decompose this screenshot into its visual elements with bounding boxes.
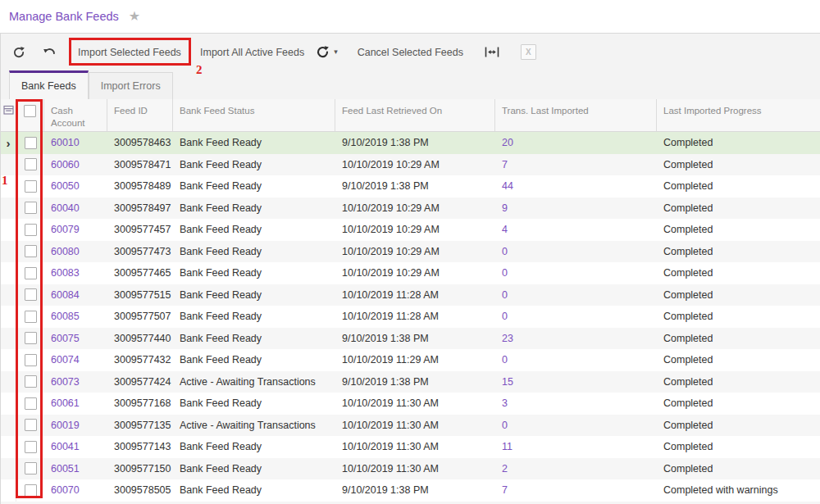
- row-checkbox[interactable]: [25, 137, 37, 149]
- table-row[interactable]: 60051 3009577150 Bank Feed Ready 10/10/2…: [1, 458, 820, 480]
- row-gutter-cell: [1, 219, 16, 241]
- grid-settings-cell[interactable]: [1, 99, 16, 131]
- trans-last-imported-link[interactable]: 0: [495, 289, 657, 301]
- trans-last-imported-link[interactable]: 2: [495, 463, 657, 474]
- cash-account-link[interactable]: 60074: [44, 354, 107, 366]
- trans-last-imported-link[interactable]: 20: [495, 137, 657, 148]
- cash-account-link[interactable]: 60070: [44, 484, 107, 496]
- row-checkbox[interactable]: [25, 267, 37, 279]
- cash-account-link[interactable]: 60080: [44, 246, 107, 257]
- cash-account-link[interactable]: 60075: [44, 333, 107, 344]
- table-row[interactable]: 60080 3009577473 Bank Feed Ready 10/10/2…: [1, 241, 820, 263]
- table-row[interactable]: 60074 3009577432 Bank Feed Ready 10/10/2…: [1, 349, 820, 371]
- row-gutter-cell: [1, 371, 16, 393]
- row-checkbox[interactable]: [25, 375, 37, 388]
- table-row[interactable]: 60050 3009578489 Bank Feed Ready 9/10/20…: [1, 175, 820, 198]
- row-checkbox[interactable]: [25, 419, 37, 431]
- table-row[interactable]: 60073 3009577424 Active - Awaiting Trans…: [1, 371, 820, 393]
- trans-last-imported-link[interactable]: 0: [495, 267, 657, 279]
- row-checkbox[interactable]: [25, 202, 37, 214]
- row-checkbox[interactable]: [25, 397, 37, 410]
- cash-account-link[interactable]: 60085: [44, 311, 107, 322]
- column-header-cash-account[interactable]: Cash Account: [44, 99, 107, 131]
- import-selected-feeds-button[interactable]: Import Selected Feeds: [69, 39, 190, 66]
- row-gutter-cell: [1, 436, 16, 458]
- trans-last-imported-link[interactable]: 0: [495, 420, 657, 431]
- feed-last-retrieved-cell: 10/10/2019 11:28 AM: [335, 289, 495, 301]
- cash-account-link[interactable]: 60079: [44, 224, 107, 235]
- cash-account-link[interactable]: 60010: [44, 137, 107, 148]
- row-checkbox[interactable]: [25, 288, 37, 301]
- favorite-star-icon[interactable]: ★: [129, 10, 140, 23]
- last-imported-progress-cell: Completed: [657, 246, 820, 257]
- cash-account-link[interactable]: 60040: [44, 202, 107, 214]
- scheduled-refresh-dropdown[interactable]: ▾: [316, 45, 338, 59]
- cash-account-link[interactable]: 60019: [44, 420, 107, 431]
- row-checkbox[interactable]: [25, 484, 37, 497]
- fit-to-width-icon[interactable]: [485, 47, 499, 57]
- trans-last-imported-link[interactable]: 0: [495, 311, 657, 322]
- table-row[interactable]: 60070 3009578505 Bank Feed Ready 9/10/20…: [1, 479, 820, 502]
- tab-bank-feeds[interactable]: Bank Feeds: [9, 70, 89, 99]
- table-row[interactable]: 60083 3009577465 Bank Feed Ready 10/10/2…: [1, 262, 820, 284]
- row-gutter-cell: [1, 284, 16, 306]
- row-select-cell: [16, 397, 44, 410]
- column-header-last-imported-progress[interactable]: Last Imported Progress: [657, 99, 820, 131]
- table-row[interactable]: 60084 3009577515 Bank Feed Ready 10/10/2…: [1, 284, 820, 306]
- trans-last-imported-link[interactable]: 7: [495, 484, 657, 496]
- table-row[interactable]: 60075 3009577440 Bank Feed Ready 9/10/20…: [1, 328, 820, 350]
- row-checkbox[interactable]: [25, 354, 37, 366]
- column-header-bank-feed-status[interactable]: Bank Feed Status: [173, 99, 335, 131]
- cash-account-link[interactable]: 60084: [44, 289, 107, 301]
- row-checkbox[interactable]: [25, 311, 37, 323]
- trans-last-imported-link[interactable]: 7: [495, 159, 657, 170]
- column-header-feed-id[interactable]: Feed ID: [107, 99, 173, 131]
- trans-last-imported-link[interactable]: 4: [495, 224, 657, 235]
- cancel-selected-feeds-button[interactable]: Cancel Selected Feeds: [358, 47, 463, 58]
- table-row[interactable]: › 60010 3009578463 Bank Feed Ready 9/10/…: [1, 132, 820, 154]
- undo-icon[interactable]: [43, 46, 56, 59]
- import-all-active-feeds-button[interactable]: Import All Active Feeds: [200, 47, 304, 58]
- table-row[interactable]: 60019 3009577135 Active - Awaiting Trans…: [1, 415, 820, 437]
- table-row[interactable]: 60061 3009577168 Bank Feed Ready 10/10/2…: [1, 393, 820, 415]
- cash-account-link[interactable]: 60083: [44, 267, 107, 279]
- trans-last-imported-link[interactable]: 0: [495, 354, 657, 366]
- main-panel: Import Selected Feeds Import All Active …: [0, 33, 820, 504]
- table-row[interactable]: 60085 3009577507 Bank Feed Ready 10/10/2…: [1, 306, 820, 328]
- row-checkbox[interactable]: [25, 462, 37, 474]
- table-row[interactable]: 60040 3009578497 Bank Feed Ready 10/10/2…: [1, 198, 820, 220]
- row-checkbox[interactable]: [25, 332, 37, 344]
- column-header-feed-last-retrieved-on[interactable]: Feed Last Retrieved On: [335, 99, 495, 131]
- cash-account-link[interactable]: 60050: [44, 180, 107, 192]
- row-checkbox[interactable]: [25, 158, 37, 170]
- trans-last-imported-link[interactable]: 11: [495, 441, 657, 452]
- trans-last-imported-link[interactable]: 15: [495, 376, 657, 388]
- trans-last-imported-link[interactable]: 3: [495, 397, 657, 409]
- row-checkbox[interactable]: [25, 441, 37, 453]
- cash-account-link[interactable]: 60061: [44, 397, 107, 409]
- trans-last-imported-link[interactable]: 23: [495, 333, 657, 344]
- cash-account-link[interactable]: 60041: [44, 441, 107, 452]
- column-header-trans-last-imported[interactable]: Trans. Last Imported: [495, 99, 657, 131]
- trans-last-imported-link[interactable]: 0: [495, 246, 657, 257]
- refresh-icon[interactable]: [12, 46, 25, 59]
- table-row[interactable]: 60060 3009578471 Bank Feed Ready 10/10/2…: [1, 154, 820, 176]
- trans-last-imported-link[interactable]: 9: [495, 202, 657, 214]
- tab-bank-feeds-label: Bank Feeds: [21, 80, 76, 92]
- tab-import-errors[interactable]: Import Errors: [89, 72, 173, 99]
- row-checkbox[interactable]: [25, 224, 37, 236]
- select-all-checkbox[interactable]: [24, 105, 36, 117]
- table-row[interactable]: 60041 3009577143 Bank Feed Ready 10/10/2…: [1, 436, 820, 458]
- row-select-cell: [16, 288, 44, 301]
- cash-account-link[interactable]: 60073: [44, 376, 107, 388]
- feed-id-cell: 3009577473: [107, 246, 173, 257]
- row-select-cell: [16, 375, 44, 388]
- row-gutter-cell: [1, 262, 16, 284]
- feed-id-cell: 3009577432: [107, 354, 173, 366]
- cash-account-link[interactable]: 60060: [44, 159, 107, 170]
- row-checkbox[interactable]: [25, 245, 37, 257]
- cash-account-link[interactable]: 60051: [44, 463, 107, 474]
- table-row[interactable]: 60079 3009577457 Bank Feed Ready 10/10/2…: [1, 219, 820, 241]
- trans-last-imported-link[interactable]: 44: [495, 180, 657, 192]
- row-checkbox[interactable]: [25, 180, 37, 193]
